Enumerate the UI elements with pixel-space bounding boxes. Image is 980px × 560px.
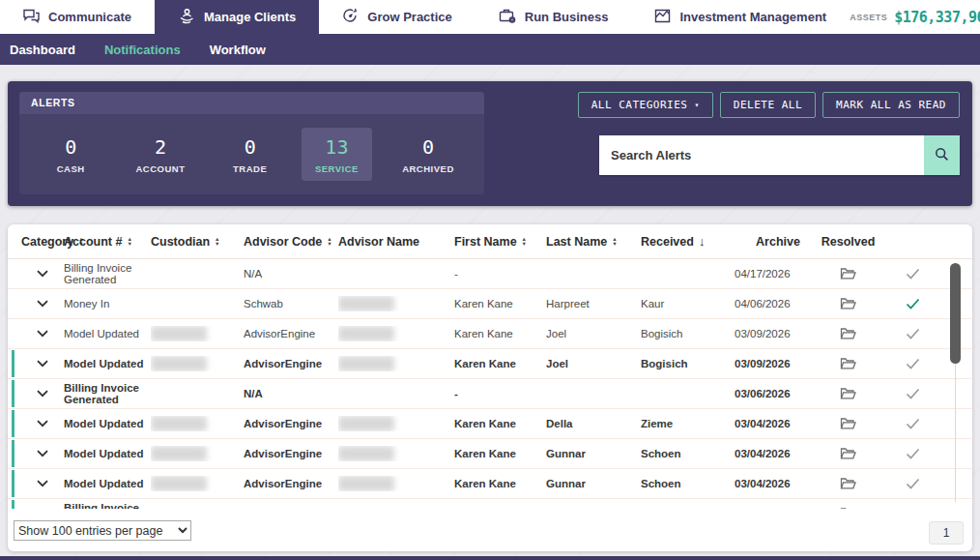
tab-investment-management[interactable]: Investment Management <box>631 0 850 34</box>
chevron-down-icon[interactable] <box>33 444 52 463</box>
delete-all-button[interactable]: DELETE ALL <box>720 92 816 118</box>
sort-icon: ▲▼ <box>522 237 527 246</box>
column-header[interactable]: Category ▲▼ <box>21 235 64 249</box>
received-cell: 03/04/2026 <box>735 448 821 460</box>
sub-nav: Dashboard Notifications Workflow <box>0 34 980 65</box>
chevron-down-icon[interactable] <box>33 324 52 343</box>
assets-summary[interactable]: ASSETS $176,337,964 ▾ <box>850 0 980 34</box>
table-row[interactable]: Billing Invoice Generated N/A - 03/06/20… <box>8 379 972 409</box>
account-cell <box>151 476 244 491</box>
archive-folder-icon[interactable] <box>840 417 856 430</box>
resolved-check-icon[interactable] <box>906 388 920 399</box>
sort-icon: ▲▼ <box>327 237 331 246</box>
mark-all-read-button[interactable]: MARK ALL AS READ <box>822 92 960 118</box>
archive-folder-icon[interactable] <box>840 447 856 460</box>
chevron-down-icon[interactable] <box>33 384 52 403</box>
subnav-workflow[interactable]: Workflow <box>210 43 266 57</box>
stat-count: 0 <box>402 136 454 158</box>
archive-folder-icon[interactable] <box>840 357 856 370</box>
stat-label: TRADE <box>229 163 272 174</box>
chevron-down-icon[interactable] <box>33 294 52 313</box>
account-cell <box>151 446 244 461</box>
search-input[interactable] <box>599 135 924 175</box>
table-row[interactable]: Billing Invoice Generated N/A - 04/17/20… <box>8 259 972 289</box>
column-header[interactable]: Advisor Name <box>338 235 454 249</box>
column-header[interactable]: Resolved <box>821 235 875 249</box>
subnav-notifications[interactable]: Notifications <box>104 43 181 57</box>
chevron-down-icon[interactable] <box>33 264 52 283</box>
tab-manage-clients[interactable]: Manage Clients <box>155 0 319 34</box>
archive-folder-icon[interactable] <box>840 327 856 340</box>
page-1-button[interactable]: 1 <box>929 521 964 545</box>
column-header[interactable]: Custodian ▲▼ <box>151 235 244 249</box>
first-name-cell: Gunnar <box>546 478 641 490</box>
column-header[interactable]: Archive <box>735 235 821 249</box>
received-cell: 03/09/2026 <box>735 358 821 370</box>
archive-folder-icon[interactable] <box>840 507 856 509</box>
custodian-cell: AdvisorEngine <box>244 418 338 430</box>
table-row[interactable]: Model Updated AdvisorEngine Karen Kane G… <box>8 439 972 469</box>
search-bar <box>599 135 960 175</box>
column-label: Advisor Code <box>244 235 322 249</box>
all-categories-button[interactable]: ALL CATEGORIES ▾ <box>578 92 713 118</box>
column-header[interactable]: First Name ▲▼ <box>454 235 546 249</box>
advisor-code-cell <box>338 416 454 431</box>
advisor-name-cell: - <box>454 268 546 280</box>
column-label: Archive <box>756 235 800 249</box>
column-header[interactable]: Advisor Code ▲▼ <box>244 235 338 249</box>
redacted-account <box>151 416 207 431</box>
stat-label: ACCOUNT <box>135 163 185 174</box>
chevron-down-icon[interactable] <box>33 354 52 373</box>
first-name-cell: Harpreet <box>546 298 641 310</box>
assets-label: ASSETS <box>850 13 887 22</box>
resolved-check-icon[interactable] <box>906 448 920 459</box>
chevron-down-icon[interactable] <box>33 474 52 493</box>
first-name-cell: Joel <box>546 328 641 340</box>
alerts-title: ALERTS <box>19 92 484 114</box>
table-row[interactable]: Model Updated AdvisorEngine Karen Kane J… <box>8 319 972 349</box>
stat-count: 0 <box>229 136 272 158</box>
stat-account[interactable]: 2 ACCOUNT <box>122 128 198 181</box>
received-cell: 04/17/2026 <box>735 268 821 280</box>
table-row[interactable]: Model Updated AdvisorEngine Karen Kane G… <box>8 469 972 499</box>
subnav-dashboard[interactable]: Dashboard <box>10 43 75 57</box>
archive-folder-icon[interactable] <box>840 387 856 400</box>
chevron-down-icon[interactable] <box>33 504 52 509</box>
archive-folder-icon[interactable] <box>840 267 856 280</box>
column-header[interactable]: Received ↓ <box>641 235 735 249</box>
archive-folder-icon[interactable] <box>840 477 856 490</box>
stat-archived[interactable]: 0 ARCHIVED <box>389 128 468 181</box>
scrollbar-thumb[interactable] <box>950 263 961 364</box>
resolved-check-icon[interactable] <box>906 418 920 429</box>
stat-trade[interactable]: 0 TRADE <box>216 128 285 181</box>
custodian-cell: AdvisorEngine <box>244 358 338 370</box>
table-row[interactable]: Billing Invoice Generated <box>8 499 972 509</box>
resolved-check-icon[interactable] <box>906 478 920 489</box>
resolved-check-icon[interactable] <box>906 328 920 339</box>
last-name-cell: Kaur <box>641 298 735 310</box>
tab-run-business[interactable]: Run Business <box>476 0 632 34</box>
resolved-check-icon[interactable] <box>906 268 920 280</box>
tab-communicate[interactable]: Communicate <box>0 0 155 34</box>
stat-service[interactable]: 13 SERVICE <box>302 128 372 181</box>
stat-count: 13 <box>315 136 359 158</box>
tab-grow-practice[interactable]: Grow Practice <box>319 0 475 34</box>
chevron-down-icon[interactable] <box>33 414 52 433</box>
page-size-select[interactable]: Show 100 entries per page <box>14 520 191 541</box>
sort-icon: ▲▼ <box>215 237 219 246</box>
stat-cash[interactable]: 0 CASH <box>36 128 105 181</box>
search-button[interactable] <box>924 135 960 175</box>
sort-icon: ↓ <box>699 235 706 248</box>
category-cell: Billing Invoice Generated <box>64 262 151 286</box>
column-header[interactable]: Last Name ▲▼ <box>546 235 641 249</box>
advisor-name-cell: Karen Kane <box>454 358 546 370</box>
resolved-check-icon[interactable] <box>906 298 920 309</box>
table-row[interactable]: Model Updated AdvisorEngine Karen Kane J… <box>8 349 972 379</box>
column-header[interactable]: Account # ▲▼ <box>64 235 151 249</box>
redacted-account <box>151 446 207 461</box>
archive-folder-icon[interactable] <box>840 297 856 310</box>
table-row[interactable]: Model Updated AdvisorEngine Karen Kane D… <box>8 409 972 439</box>
table-row[interactable]: Money In Schwab Karen Kane Harpreet Kaur… <box>8 289 972 319</box>
resolved-check-icon[interactable] <box>906 358 920 369</box>
custodian-cell: N/A <box>244 268 338 280</box>
